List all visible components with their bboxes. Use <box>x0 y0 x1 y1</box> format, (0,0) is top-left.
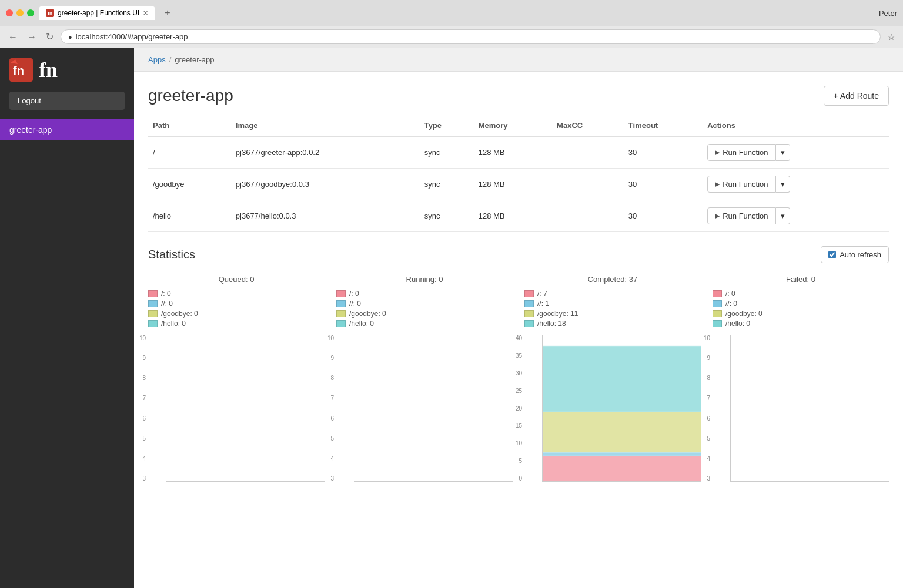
browser-tab[interactable]: fn greeter-app | Functions UI ✕ <box>39 6 155 20</box>
run-function-button[interactable]: ▶ Run Function <box>707 207 775 224</box>
cell-type: sync <box>420 169 474 200</box>
y-axis-label: 5 <box>320 435 334 442</box>
y-axis-label: 25 <box>508 388 522 394</box>
y-axis-labels: 109876543 <box>134 335 146 482</box>
play-icon: ▶ <box>715 180 720 188</box>
legend-label: /hello: 0 <box>161 320 186 328</box>
chevron-down-icon: ▾ <box>781 148 785 157</box>
col-maxcc: MaxCC <box>552 115 624 136</box>
legend-color <box>713 290 722 297</box>
cell-path: /goodbye <box>148 169 231 200</box>
cell-memory: 128 MB <box>474 169 552 200</box>
legend-label: //: 0 <box>349 300 361 308</box>
close-window-button[interactable] <box>6 9 13 16</box>
col-image: Image <box>231 115 420 136</box>
auto-refresh-toggle[interactable]: Auto refresh <box>821 246 889 263</box>
run-function-dropdown-button[interactable]: ▾ <box>776 176 790 193</box>
cell-timeout: 30 <box>624 169 703 200</box>
col-type: Type <box>420 115 474 136</box>
logout-button[interactable]: Logout <box>9 92 125 110</box>
legend-item: /: 0 <box>713 290 889 298</box>
legend-color <box>524 320 534 327</box>
legend-item: //: 0 <box>336 300 513 308</box>
run-function-dropdown-button[interactable]: ▾ <box>776 207 790 224</box>
chart-title: Failed: 0 <box>713 275 889 284</box>
new-tab-button[interactable]: + <box>160 5 175 21</box>
run-function-dropdown-button[interactable]: ▾ <box>776 144 790 161</box>
svg-rect-3 <box>543 456 701 481</box>
col-actions: Actions <box>703 115 889 136</box>
y-axis-label: 4 <box>696 455 710 462</box>
chart-area <box>730 335 889 482</box>
routes-table: Path Image Type Memory MaxCC Timeout Act… <box>148 115 889 232</box>
run-function-button[interactable]: ▶ Run Function <box>707 176 775 193</box>
auto-refresh-checkbox[interactable] <box>828 251 836 258</box>
legend-color <box>524 300 534 307</box>
window-controls <box>6 9 34 16</box>
legend-color <box>336 320 346 327</box>
chart-svg <box>543 335 701 481</box>
browser-actions: ☆ <box>885 31 897 43</box>
y-axis-label: 7 <box>320 395 334 401</box>
run-function-label: Run Function <box>723 180 768 189</box>
svg-text:fn: fn <box>13 64 24 77</box>
address-bar[interactable]: ● localhost:4000/#/app/greeter-app <box>61 29 881 44</box>
user-name: Peter <box>879 9 897 18</box>
chart-0: Queued: 0 /: 0 //: 0 /goodbye: 0 /hello:… <box>148 275 325 482</box>
y-axis-label: 5 <box>134 435 146 442</box>
col-timeout: Timeout <box>624 115 703 136</box>
sidebar-item-greeter-app[interactable]: greeter-app <box>0 119 134 140</box>
bookmark-icon[interactable]: ☆ <box>885 31 897 43</box>
legend-label: //: 1 <box>537 300 549 308</box>
cell-memory: 128 MB <box>474 136 552 169</box>
y-axis-label: 8 <box>320 375 334 381</box>
y-axis-label: 3 <box>134 475 146 482</box>
chart-legend: /: 0 //: 0 /goodbye: 0 /hello: 0 <box>713 290 889 328</box>
cell-timeout: 30 <box>624 136 703 169</box>
legend-item: //: 0 <box>713 300 889 308</box>
y-axis-labels: 4035302520151050 <box>508 335 522 482</box>
legend-label: /hello: 0 <box>349 320 374 328</box>
breadcrumb-apps-link[interactable]: Apps <box>148 55 166 64</box>
y-axis-label: 7 <box>696 395 710 401</box>
chart-legend: /: 0 //: 0 /goodbye: 0 /hello: 0 <box>148 290 325 328</box>
cell-maxcc <box>552 200 624 232</box>
y-axis-label: 3 <box>320 475 334 482</box>
back-button[interactable]: ← <box>6 31 20 43</box>
maximize-window-button[interactable] <box>27 9 34 16</box>
legend-color <box>148 300 158 307</box>
y-axis-label: 6 <box>134 415 146 422</box>
breadcrumb: Apps / greeter-app <box>134 48 903 72</box>
svg-rect-4 <box>543 452 701 456</box>
y-axis-label: 6 <box>320 415 334 422</box>
forward-button[interactable]: → <box>25 31 39 43</box>
legend-item: //: 1 <box>524 300 701 308</box>
svg-rect-5 <box>543 412 701 452</box>
legend-item: /hello: 0 <box>713 320 889 328</box>
reload-button[interactable]: ↻ <box>44 30 56 43</box>
legend-color <box>336 290 346 297</box>
add-route-button[interactable]: + Add Route <box>824 86 889 106</box>
chart-2: Completed: 37 /: 7 //: 1 /goodbye: 11 /h… <box>524 275 701 482</box>
run-function-button[interactable]: ▶ Run Function <box>707 144 775 161</box>
chart-legend: /: 7 //: 1 /goodbye: 11 /hello: 18 <box>524 290 701 328</box>
legend-item: /: 0 <box>336 290 513 298</box>
cell-maxcc <box>552 169 624 200</box>
breadcrumb-current: greeter-app <box>175 55 214 64</box>
y-axis-label: 9 <box>320 355 334 361</box>
table-row: / pj3677/greeter-app:0.0.2 sync 128 MB 3… <box>148 136 889 169</box>
legend-color <box>524 290 534 297</box>
legend-item: /: 7 <box>524 290 701 298</box>
legend-color <box>524 310 534 317</box>
col-path: Path <box>148 115 231 136</box>
legend-label: //: 0 <box>725 300 737 308</box>
tab-close-button[interactable]: ✕ <box>143 9 148 17</box>
chevron-down-icon: ▾ <box>781 211 785 220</box>
logo-icon: fn <box>9 58 33 82</box>
legend-color <box>713 310 722 317</box>
legend-label: /: 0 <box>725 290 735 298</box>
minimize-window-button[interactable] <box>16 9 24 16</box>
y-axis-label: 5 <box>696 435 710 442</box>
y-axis-labels: 109876543 <box>320 335 334 482</box>
chart-1: Running: 0 /: 0 //: 0 /goodbye: 0 /hello… <box>336 275 513 482</box>
